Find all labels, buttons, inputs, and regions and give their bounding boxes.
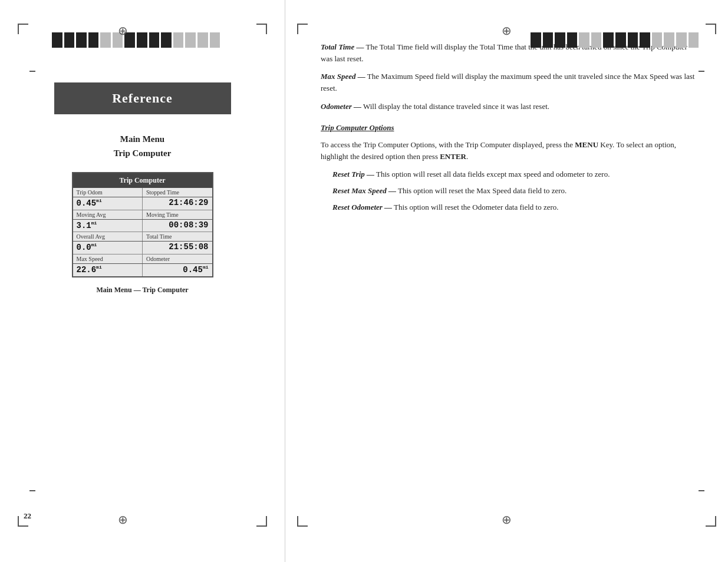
reference-box: Reference [54, 82, 231, 114]
subtitle-line2: Trip Computer [114, 146, 172, 160]
crosshair-left-top: ⊕ [118, 25, 128, 37]
subtitle-line1: Main Menu [114, 132, 172, 146]
tc-label-overall-avg: Overall Avg [73, 232, 143, 241]
tc-val-moving-avg: 3.1mi [73, 220, 143, 232]
text-odometer: Will display the total distance traveled… [363, 102, 549, 111]
r-bar-seg [628, 32, 638, 48]
term-reset-odometer: Reset Odometer — [332, 203, 392, 211]
para-max-speed: Max Speed — The Maximum Speed field will… [321, 71, 699, 94]
tc-label-row-3: Overall Avg Total Time [73, 232, 212, 242]
tc-label-stopped-time: Stopped Time [142, 188, 212, 197]
side-tick-top [29, 71, 35, 72]
r-bar-seg [640, 32, 650, 48]
tc-value-row-2: 3.1mi 00:08:39 [73, 220, 212, 233]
r-bar-seg [689, 32, 699, 48]
tc-label-odometer: Odometer [142, 254, 212, 263]
tc-value-row-4: 22.6mi 0.45mi [73, 264, 212, 276]
para-odometer: Odometer — Will display the total distan… [321, 101, 699, 113]
r-bar-seg [567, 32, 578, 48]
r-corner-bracket-tr [706, 24, 716, 34]
bar-seg [52, 32, 62, 48]
bar-seg [173, 32, 184, 48]
r-bar-seg [603, 32, 614, 48]
r-bar-seg [591, 32, 602, 48]
tc-val-overall-avg: 0.0mi [73, 242, 143, 254]
tc-label-total-time: Total Time [142, 232, 212, 241]
section-heading: Main Menu Trip Computer [114, 132, 172, 160]
crosshair-right-bottom: ⊕ [502, 514, 512, 525]
r-side-tick-top [699, 71, 704, 72]
tc-val-odometer: 0.45mi [142, 264, 212, 276]
right-column: ⊕ ⊕ Total Time — The Total Time field wi… [285, 0, 728, 562]
corner-bracket-br [256, 516, 267, 527]
r-side-tick-bottom [699, 490, 704, 491]
options-intro-para: To access the Trip Computer Options, wit… [321, 139, 699, 163]
trip-computer-mockup: Trip Computer Trip Odom Stopped Time 0.4… [72, 172, 213, 277]
bar-seg [149, 32, 160, 48]
right-content-area: Total Time — The Total Time field will d… [321, 35, 699, 213]
tc-value-row-1: 0.45mi 21:46:29 [73, 197, 212, 210]
text-reset-odometer: This option will reset the Odometer data… [394, 203, 558, 211]
option-reset-max-speed: Reset Max Speed — This option will reset… [332, 185, 699, 197]
bar-seg [76, 32, 87, 48]
option-reset-odometer: Reset Odometer — This option will reset … [332, 201, 699, 213]
bar-seg [210, 32, 220, 48]
options-enter-key: ENTER [440, 152, 466, 161]
r-bar-seg [652, 32, 663, 48]
tc-label-row-4: Max Speed Odometer [73, 254, 212, 264]
options-intro-text-1: To access the Trip Computer Options, wit… [321, 140, 575, 149]
r-corner-bracket-bl [297, 516, 308, 527]
bar-seg [185, 32, 196, 48]
reference-label: Reference [112, 91, 173, 105]
text-reset-max-speed: This option will reset the Max Speed dat… [398, 186, 566, 195]
bar-seg [197, 32, 208, 48]
top-decorative-bar-right [531, 32, 699, 48]
tc-label-trip-odom: Trip Odom [73, 188, 143, 197]
corner-bracket-tl [18, 24, 28, 34]
figure-caption: Main Menu — Trip Computer [96, 286, 188, 295]
r-bar-seg [543, 32, 554, 48]
bar-seg [161, 32, 172, 48]
r-bar-seg [555, 32, 565, 48]
top-decorative-bar-left [52, 32, 220, 48]
term-odometer: Odometer — [321, 102, 361, 111]
bar-seg [137, 32, 147, 48]
tc-val-moving-time: 00:08:39 [142, 220, 212, 232]
options-section-title: Trip Computer Options [321, 122, 699, 134]
crosshair-left-bottom: ⊕ [118, 514, 128, 525]
r-bar-seg [676, 32, 687, 48]
term-total-time: Total Time — [321, 42, 364, 51]
bar-seg [88, 32, 99, 48]
term-max-speed: Max Speed — [321, 72, 365, 81]
r-corner-bracket-tl [297, 24, 308, 34]
text-max-speed: The Maximum Speed field will display the… [321, 72, 694, 92]
r-corner-bracket-br [706, 516, 716, 527]
tc-header: Trip Computer [73, 173, 212, 188]
tc-label-moving-time: Moving Time [142, 210, 212, 219]
r-bar-seg [615, 32, 626, 48]
tc-val-total-time: 21:55:08 [142, 242, 212, 254]
options-menu-key: MENU [575, 140, 598, 149]
bar-seg [64, 32, 75, 48]
tc-val-trip-odom: 0.45mi [73, 197, 143, 210]
tc-value-row-3: 0.0mi 21:55:08 [73, 242, 212, 254]
option-reset-trip: Reset Trip — This option will reset all … [332, 168, 699, 180]
text-reset-trip: This option will reset all data fields e… [376, 170, 610, 178]
tc-label-row-2: Moving Avg Moving Time [73, 210, 212, 220]
tc-label-row-1: Trip Odom Stopped Time [73, 188, 212, 197]
term-reset-trip: Reset Trip — [332, 170, 374, 178]
page-number: 22 [24, 511, 31, 521]
side-tick-bottom [29, 490, 35, 491]
r-bar-seg [579, 32, 589, 48]
r-bar-seg [664, 32, 674, 48]
tc-label-max-speed: Max Speed [73, 254, 143, 263]
corner-bracket-tr [256, 24, 267, 34]
options-intro-text-3: . [466, 152, 468, 161]
bar-seg [100, 32, 111, 48]
r-bar-seg [531, 32, 541, 48]
tc-val-max-speed: 22.6mi [73, 264, 143, 276]
crosshair-right-top: ⊕ [502, 25, 512, 37]
term-reset-max-speed: Reset Max Speed — [332, 186, 396, 195]
tc-label-moving-avg: Moving Avg [73, 210, 143, 219]
tc-val-stopped-time: 21:46:29 [142, 197, 212, 210]
